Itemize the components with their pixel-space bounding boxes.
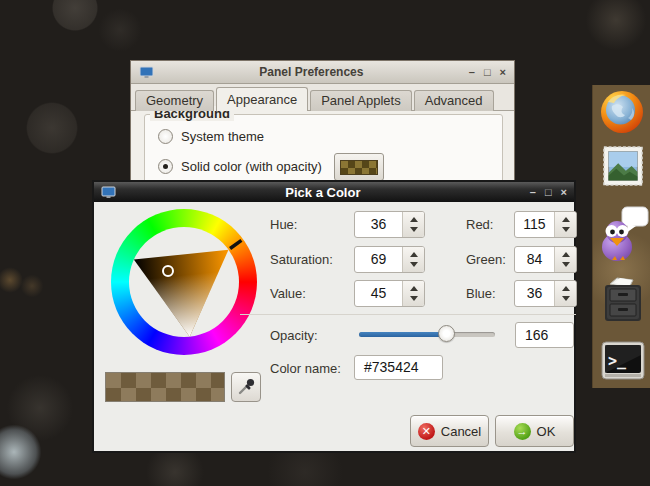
red-spinbox[interactable]: 115 [514,211,577,238]
tab-appearance[interactable]: Appearance [216,87,308,111]
dock-item-file-cabinet[interactable] [600,272,646,326]
spin-up-button[interactable] [562,286,570,291]
radio-solid-color[interactable]: Solid color (with opacity) [158,159,322,174]
maximize-button[interactable]: □ [545,187,552,198]
slider-fill [359,332,447,337]
hue-ring[interactable] [111,209,257,355]
appearance-tab-content: Background System theme Solid color (wit… [131,110,514,185]
firefox-icon [598,88,646,136]
dock-item-firefox[interactable] [598,88,646,136]
spin-down-button[interactable] [410,296,418,301]
pick-a-color-window: Pick a Color – □ × [92,180,576,453]
radio-circle [158,129,173,144]
color-preview-swatch [105,372,225,402]
pidgin-icon [598,205,650,263]
spin-down-button[interactable] [410,227,418,232]
minimize-button[interactable]: – [469,67,475,78]
file-cabinet-icon [600,272,646,326]
tab-bar: Geometry Appearance Panel Applets Advanc… [135,87,494,111]
slider-handle[interactable] [438,325,455,342]
value-spinbox[interactable]: 45 [354,280,425,307]
spin-down-button[interactable] [562,296,570,301]
saturation-spinbox[interactable]: 69 [354,246,425,273]
hue-marker [230,240,241,248]
tab-advanced[interactable]: Advanced [414,90,494,111]
terminal-icon: >_ [600,337,646,383]
tab-geometry[interactable]: Geometry [135,90,214,111]
desktop: >_ Panel Preferences – □ × Geometry Appe… [0,0,650,486]
hue-label: Hue: [270,217,297,232]
opacity-slider[interactable] [359,325,495,343]
radio-system-theme[interactable]: System theme [158,129,264,144]
maximize-button[interactable]: □ [484,67,491,78]
dock-item-terminal[interactable]: >_ [600,337,646,383]
terminal-glyph: >_ [608,352,627,370]
panel-preferences-window: Panel Preferences – □ × Geometry Appeara… [130,60,515,184]
dock-item-pidgin[interactable] [598,205,650,263]
window-title: Pick a Color [116,185,530,200]
color-name-label: Color name: [270,361,341,376]
blue-spinbox[interactable]: 36 [514,280,577,307]
spin-up-button[interactable] [562,252,570,257]
hsv-triangle[interactable] [111,209,257,355]
radio-circle [158,159,173,174]
hue-spinbox[interactable]: 36 [354,211,425,238]
spin-up-button[interactable] [410,252,418,257]
opacity-label: Opacity: [270,328,318,343]
red-label: Red: [466,217,493,232]
close-button[interactable]: × [500,67,506,78]
green-spinbox[interactable]: 84 [514,246,577,273]
saturation-label: Saturation: [270,252,333,267]
cancel-icon: ✕ [418,423,435,440]
tab-panel-applets[interactable]: Panel Applets [310,90,412,111]
spin-down-button[interactable] [562,227,570,232]
ok-button[interactable]: → OK [495,415,574,447]
close-button[interactable]: × [561,187,567,198]
mail-stamp-icon [601,143,645,189]
panel-color-preview [340,160,378,175]
window-title: Panel Preferences [154,65,469,79]
dock-panel: >_ [592,85,650,388]
green-label: Green: [466,252,506,267]
spin-down-button[interactable] [562,262,570,267]
spin-down-button[interactable] [410,262,418,267]
spin-up-button[interactable] [410,286,418,291]
color-name-field[interactable]: #735424 [354,355,443,380]
cancel-button[interactable]: ✕ Cancel [410,415,489,447]
spin-up-button[interactable] [410,217,418,222]
pick-a-color-titlebar[interactable]: Pick a Color – □ × [94,182,574,202]
minimize-button[interactable]: – [530,187,536,198]
eyedropper-button[interactable] [231,372,261,402]
blue-label: Blue: [466,286,496,301]
panel-color-button[interactable] [334,153,384,181]
eyedropper-icon [236,377,256,397]
panel-preferences-titlebar[interactable]: Panel Preferences – □ × [131,61,514,84]
window-icon [139,66,154,79]
separator [240,314,576,315]
ok-icon: → [514,423,531,440]
window-icon [101,186,116,199]
dock-item-mail[interactable] [601,143,645,189]
spin-up-button[interactable] [562,217,570,222]
opacity-value-field[interactable]: 166 [515,322,574,348]
value-label: Value: [270,286,306,301]
